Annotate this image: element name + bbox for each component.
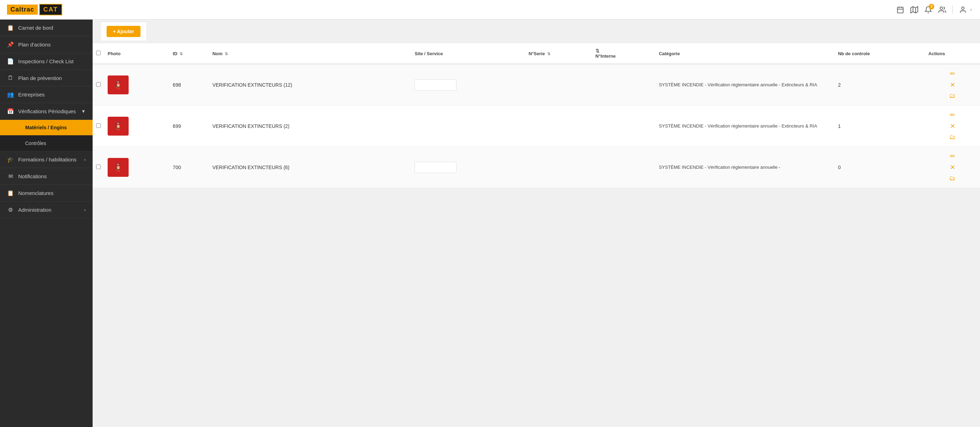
- nom-cell-699: VERIFICATION EXTINCTEURS (2): [209, 106, 411, 147]
- nb-controle-cell-700: 0: [835, 147, 925, 188]
- sidebar-item-label: Contrôles: [25, 140, 46, 146]
- delete-btn-698[interactable]: ✕: [928, 80, 977, 89]
- sidebar-item-label: Notifications: [18, 173, 47, 179]
- sidebar-item-administration[interactable]: ⚙ Administration ›: [0, 202, 92, 218]
- logo-cat: CAT: [39, 4, 62, 15]
- sidebar-item-nomenclatures[interactable]: 📋 Nomenclatures: [0, 185, 92, 202]
- categorie-cell-700: SYSTÈME INCENDIE - Vérification règlemen…: [655, 147, 835, 188]
- col-photo: Photo: [104, 43, 169, 64]
- actions-cell-700: ✏ ✕ 🗂: [925, 147, 980, 188]
- archive-btn-698[interactable]: 🗂: [928, 92, 977, 100]
- add-button[interactable]: + Ajouter: [107, 26, 140, 37]
- id-cell-700: 700: [169, 147, 208, 188]
- col-categorie: Catégorie: [655, 43, 835, 64]
- edit-btn-698[interactable]: ✏: [928, 69, 977, 78]
- header-user[interactable]: [959, 6, 973, 14]
- administration-icon: ⚙: [7, 206, 14, 213]
- main-table: Photo ID ⇅ Nom ⇅ Site / Service: [92, 43, 980, 188]
- sidebar-item-label: Entreprises: [18, 92, 45, 97]
- photo-cell-699: 🧯: [104, 106, 169, 147]
- site-cell-698: [411, 64, 525, 106]
- row-checkbox-cell: [92, 106, 104, 147]
- svg-point-8: [961, 6, 964, 9]
- table-header: Photo ID ⇅ Nom ⇅ Site / Service: [92, 43, 980, 64]
- photo-icon-699: 🧯: [108, 117, 129, 136]
- header-icons: 3: [896, 6, 973, 14]
- sort-interne-icon: ⇅: [595, 48, 600, 54]
- plan-prevention-icon: 🗒: [7, 75, 14, 81]
- actions-container-698: ✏ ✕ 🗂: [928, 68, 977, 101]
- interne-cell-700: [592, 147, 655, 188]
- entreprises-icon: 👥: [7, 91, 14, 98]
- sidebar-item-label: Formations / habilitations: [18, 157, 76, 162]
- nomenclatures-icon: 📋: [7, 190, 14, 196]
- site-input-700[interactable]: [415, 162, 457, 173]
- sidebar-item-label: Vérifications Périodiques: [18, 108, 76, 114]
- sidebar-item-notifications[interactable]: ✉ Notifications: [0, 168, 92, 185]
- sort-id-icon: ⇅: [180, 52, 183, 56]
- select-all-checkbox[interactable]: [96, 51, 101, 55]
- site-cell-699: [411, 106, 525, 147]
- svg-marker-4: [911, 6, 918, 13]
- map-icon-btn[interactable]: [910, 6, 918, 14]
- sidebar-item-inspections[interactable]: 📄 Inspections / Check List: [0, 53, 92, 70]
- top-header: Caltrac CAT 3: [0, 0, 980, 19]
- sidebar: 📋 Carnet de bord 📌 Plan d'actions 📄 Insp…: [0, 19, 92, 427]
- row-checkbox-699[interactable]: [96, 123, 101, 128]
- delete-btn-700[interactable]: ✕: [928, 163, 977, 172]
- nb-controle-cell-699: 1: [835, 106, 925, 147]
- serie-cell-698: [525, 64, 592, 106]
- archive-btn-700[interactable]: 🗂: [928, 174, 977, 183]
- photo-icon-700: 🧯: [108, 158, 129, 177]
- sidebar-item-carnet[interactable]: 📋 Carnet de bord: [0, 19, 92, 37]
- logo-caltrac: Caltrac: [7, 5, 38, 15]
- notification-icon-btn[interactable]: 3: [924, 6, 932, 14]
- chevron-right-icon-admin: ›: [84, 207, 86, 213]
- sidebar-item-label: Plan d'actions: [18, 41, 51, 48]
- fire-extinguisher-icon: 🧯: [113, 80, 123, 90]
- sidebar-item-entreprises[interactable]: 👥 Entreprises: [0, 86, 92, 103]
- row-checkbox-698[interactable]: [96, 82, 101, 87]
- formations-icon: 🎓: [7, 156, 14, 163]
- sidebar-item-label: Administration: [18, 207, 51, 213]
- col-actions: Actions: [925, 43, 980, 64]
- site-input-698[interactable]: [415, 79, 457, 90]
- chevron-right-icon: ›: [84, 157, 86, 162]
- edit-btn-700[interactable]: ✏: [928, 152, 977, 161]
- col-id[interactable]: ID ⇅: [169, 43, 208, 64]
- sidebar-item-label: Nomenclatures: [18, 190, 54, 196]
- chevron-down-icon: ▼: [81, 109, 86, 114]
- id-cell-699: 699: [169, 106, 208, 147]
- sidebar-item-plan-actions[interactable]: 📌 Plan d'actions: [0, 37, 92, 53]
- photo-cell-698: 🧯: [104, 64, 169, 106]
- col-serie[interactable]: N°Serie ⇅: [525, 43, 592, 64]
- nb-controle-cell-698: 2: [835, 64, 925, 106]
- actions-cell-698: ✏ ✕ 🗂: [925, 64, 980, 106]
- archive-btn-699[interactable]: 🗂: [928, 133, 977, 141]
- sidebar-item-plan-prevention[interactable]: 🗒 Plan de prévention: [0, 70, 92, 86]
- sort-serie-icon: ⇅: [547, 52, 550, 56]
- layout: 📋 Carnet de bord 📌 Plan d'actions 📄 Insp…: [0, 19, 980, 427]
- col-nom[interactable]: Nom ⇅: [209, 43, 411, 64]
- serie-cell-699: [525, 106, 592, 147]
- row-checkbox-cell: [92, 64, 104, 106]
- row-checkbox-cell: [92, 147, 104, 188]
- plan-actions-icon: 📌: [7, 41, 14, 48]
- sidebar-submenu-verifications: Matériels / Engins Contrôles: [0, 120, 92, 151]
- fire-extinguisher-icon: 🧯: [113, 162, 123, 172]
- row-checkbox-700[interactable]: [96, 165, 101, 169]
- sidebar-item-verifications[interactable]: 📅 Vérifications Périodiques ▼: [0, 103, 92, 120]
- calendar-icon-btn[interactable]: [896, 6, 904, 14]
- table-row: 🧯 700 VERIFICATION EXTINCTEURS (6) SYSTÈ…: [92, 147, 980, 188]
- fire-extinguisher-icon: 🧯: [113, 121, 123, 131]
- sidebar-item-formations[interactable]: 🎓 Formations / habilitations ›: [0, 151, 92, 168]
- photo-cell-700: 🧯: [104, 147, 169, 188]
- svg-rect-0: [897, 7, 904, 13]
- delete-btn-699[interactable]: ✕: [928, 122, 977, 131]
- sidebar-item-materiels[interactable]: Matériels / Engins: [0, 120, 92, 136]
- sidebar-item-controles[interactable]: Contrôles: [0, 136, 92, 151]
- nom-cell-698: VERIFICATION EXTINCTEURS (12): [209, 64, 411, 106]
- site-cell-700: [411, 147, 525, 188]
- users-icon-btn[interactable]: [939, 6, 946, 14]
- edit-btn-699[interactable]: ✏: [928, 110, 977, 119]
